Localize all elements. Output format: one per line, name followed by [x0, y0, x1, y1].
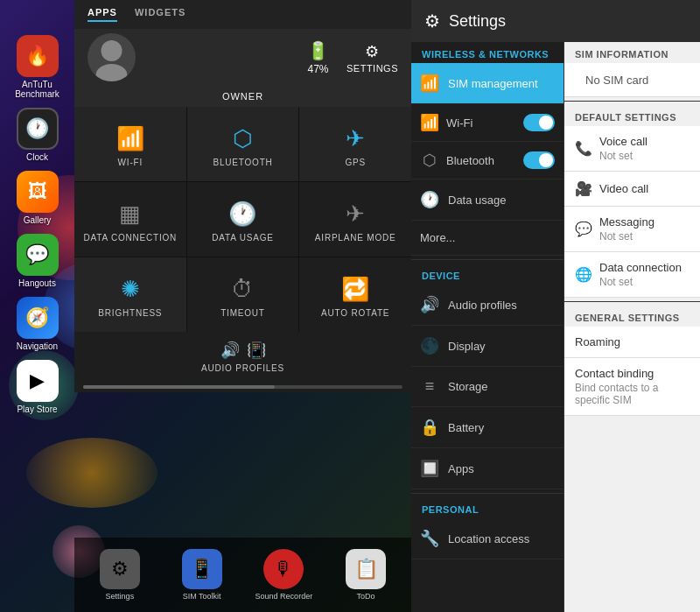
location-menu-icon: 🔧 [420, 529, 439, 548]
storage-menu-label: Storage [448, 380, 488, 393]
battery-menu-label: Battery [448, 421, 484, 434]
battery-icon: 🔋 [307, 40, 329, 61]
app-icon-clock[interactable]: 🕐 Clock [7, 108, 68, 162]
general-settings-label: GENERAL SETTINGS [564, 306, 700, 327]
menu-item-wifi[interactable]: 📶 Wi-Fi [411, 104, 564, 142]
qs-tile-airplane[interactable]: ✈ AIRPLANE MODE [299, 182, 411, 257]
qs-tile-datausage[interactable]: 🕐 DATA USAGE [187, 182, 299, 257]
qs-tile-autorotate[interactable]: 🔁 AUTO ROTATE [299, 257, 411, 332]
messaging-item[interactable]: 💬 Messaging Not set [564, 207, 700, 252]
right-panel: ⚙ Settings WIRELESS & NETWORKS 📶 SIM man… [411, 0, 700, 612]
volume-icon: 🔊 [220, 341, 240, 360]
menu-item-storage[interactable]: ≡ Storage [411, 367, 564, 407]
tab-apps[interactable]: APPS [88, 7, 117, 22]
no-sim-card: No SIM card [564, 63, 700, 97]
menu-item-battery[interactable]: 🔒 Battery [411, 407, 564, 448]
app-icon-navigation[interactable]: 🧭 Navigation [7, 297, 68, 351]
quick-settings-panel: APPS WIDGETS 🔋 47% ⚙ SETTINGS [74, 0, 411, 392]
dock-todo-label: ToDo [357, 592, 375, 601]
settings-icon: ⚙ [365, 42, 379, 61]
wireless-section-label: WIRELESS & NETWORKS [411, 42, 564, 63]
menu-item-apps[interactable]: 🔲 Apps [411, 448, 564, 489]
qs-tile-gps[interactable]: ✈ GPS [299, 107, 411, 181]
menu-item-bluetooth[interactable]: ⬡ Bluetooth [411, 142, 564, 179]
dock-simtoolkit[interactable]: 📱 SIM Toolkit [172, 549, 233, 601]
voice-call-item[interactable]: 📞 Voice call Not set [564, 126, 700, 172]
left-app-icons: 🔥 AnTuTu Benchmark 🕐 Clock 🖼 Gallery 💬 H… [0, 0, 74, 612]
battery-percentage: 47% [307, 63, 328, 75]
menu-item-sim[interactable]: 📶 SIM management [411, 63, 564, 104]
contact-binding-item[interactable]: Contact binding Bind contacts to a speci… [564, 358, 700, 416]
data-connection-label: Data connection [599, 261, 682, 274]
audio-profiles-label: AUDIO PROFILES [201, 363, 284, 373]
menu-item-display[interactable]: 🌑 Display [411, 326, 564, 367]
video-call-item[interactable]: 🎥 Video call [564, 172, 700, 207]
qs-scroll-thumb [83, 385, 275, 389]
wifi-icon: 📶 [116, 125, 144, 152]
app-icon-hangouts[interactable]: 💬 Hangouts [7, 234, 68, 288]
bluetooth-menu-label: Bluetooth [446, 154, 494, 167]
video-call-label: Video call [599, 182, 648, 195]
app-label-antutu: AnTuTu Benchmark [7, 80, 68, 99]
qs-tile-brightness[interactable]: ✺ BRIGHTNESS [74, 257, 186, 332]
left-panel: 🔥 AnTuTu Benchmark 🕐 Clock 🖼 Gallery 💬 H… [0, 0, 411, 612]
app-icon-gallery[interactable]: 🖼 Gallery [7, 171, 68, 225]
menu-item-audio[interactable]: 🔊 Audio profiles [411, 285, 564, 326]
audio-menu-label: Audio profiles [448, 299, 517, 312]
datausage-icon: 🕐 [228, 200, 256, 228]
airplane-label: AIRPLANE MODE [315, 233, 396, 243]
settings-detail: SIM INFORMATION No SIM card DEFAULT SETT… [564, 42, 700, 612]
roaming-item[interactable]: Roaming [564, 327, 700, 358]
datausage-label: DATA USAGE [212, 233, 273, 243]
data-connection-item[interactable]: 🌐 Data connection Not set [564, 252, 700, 298]
bluetooth-toggle[interactable] [523, 151, 555, 169]
svg-point-0 [102, 40, 122, 61]
dock-settings[interactable]: ⚙ Settings [89, 549, 150, 601]
app-label-hangouts: Hangouts [18, 278, 56, 288]
gps-icon: ✈ [346, 125, 365, 152]
app-icon-antutu[interactable]: 🔥 AnTuTu Benchmark [7, 35, 68, 99]
timeout-label: TIMEOUT [220, 308, 265, 318]
bottom-dock: ⚙ Settings 📱 SIM Toolkit 🎙 Sound Recorde… [74, 538, 411, 612]
data-connection-value: Not set [599, 276, 682, 288]
contact-binding-value: Bind contacts to a specific SIM [575, 382, 690, 406]
qs-audio-row[interactable]: 🔊 📳 AUDIO PROFILES [74, 332, 411, 382]
audio-icons: 🔊 📳 [220, 341, 266, 360]
qs-tabs: APPS WIDGETS [88, 7, 186, 22]
autorotate-label: AUTO ROTATE [321, 308, 389, 318]
data-label: DATA CONNECTION [84, 233, 178, 243]
qs-tile-bluetooth[interactable]: ⬡ BLUETOOTH [187, 107, 299, 181]
dock-soundrecorder-label: Sound Recorder [256, 592, 313, 601]
menu-item-datausage[interactable]: 🕐 Data usage [411, 179, 564, 221]
menu-item-more[interactable]: More... [411, 221, 564, 256]
personal-divider [411, 493, 564, 494]
settings-title: Settings [449, 12, 506, 31]
bluetooth-menu-icon: ⬡ [420, 151, 439, 170]
qs-tile-data[interactable]: ▦ DATA CONNECTION [74, 182, 186, 257]
app-icon-playstore[interactable]: ▶ Play Store [7, 360, 68, 414]
dock-todo[interactable]: 📋 ToDo [335, 549, 396, 601]
battery-menu-icon: 🔒 [420, 418, 439, 437]
wifi-label: WI-FI [118, 158, 143, 167]
brightness-icon: ✺ [121, 276, 140, 303]
airplane-icon: ✈ [346, 200, 365, 228]
location-menu-label: Location access [448, 532, 529, 545]
settings-content: WIRELESS & NETWORKS 📶 SIM management 📶 W… [411, 42, 700, 612]
sim-info-label: SIM INFORMATION [564, 42, 700, 63]
dock-soundrecorder[interactable]: 🎙 Sound Recorder [253, 549, 314, 601]
menu-item-location[interactable]: 🔧 Location access [411, 518, 564, 559]
qs-user-section: 🔋 47% ⚙ SETTINGS [74, 29, 411, 88]
qs-tile-wifi[interactable]: 📶 WI-FI [74, 107, 186, 181]
app-label-playstore: Play Store [17, 404, 57, 414]
qs-tile-timeout[interactable]: ⏱ TIMEOUT [187, 257, 299, 332]
qs-battery-item: 🔋 47% [307, 40, 329, 75]
wifi-toggle[interactable] [523, 114, 555, 131]
messaging-label: Messaging [599, 215, 654, 229]
messaging-value: Not set [599, 230, 654, 243]
display-menu-label: Display [448, 340, 486, 353]
dock-simtoolkit-label: SIM Toolkit [183, 592, 221, 601]
wifi-menu-icon: 📶 [420, 113, 439, 132]
qs-settings-item[interactable]: ⚙ SETTINGS [346, 42, 398, 74]
tab-widgets[interactable]: WIDGETS [135, 7, 186, 22]
personal-section-label: PERSONAL [411, 497, 564, 518]
